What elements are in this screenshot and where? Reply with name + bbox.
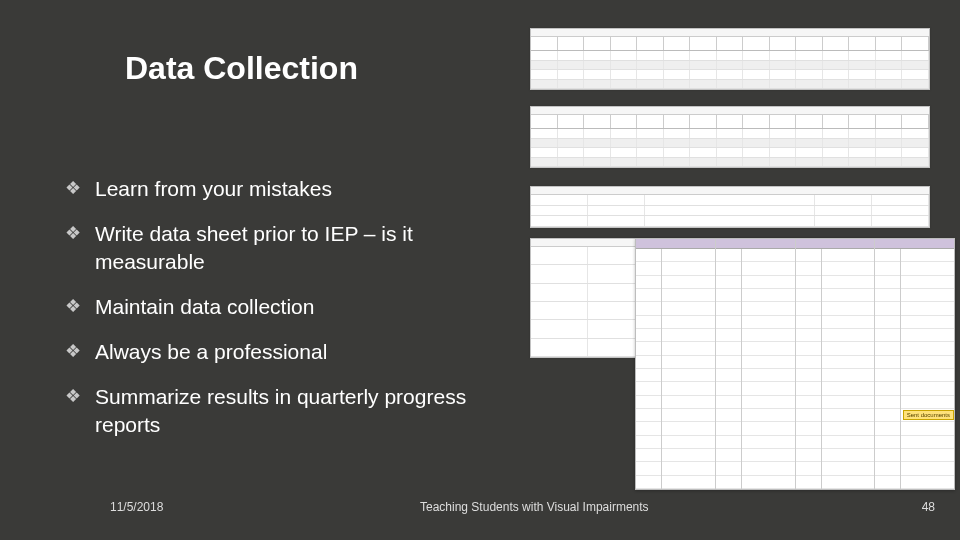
slide-footer: 11/5/2018 Teaching Students with Visual …	[0, 500, 960, 520]
bullet-item: ❖ Summarize results in quarterly progres…	[65, 383, 485, 438]
footer-page-number: 48	[922, 500, 935, 514]
bullet-item: ❖ Maintain data collection	[65, 293, 485, 320]
slide: Data Collection ❖ Learn from your mistak…	[0, 0, 960, 540]
bullet-text: Summarize results in quarterly progress …	[95, 383, 485, 438]
bullet-text: Always be a professional	[95, 338, 327, 365]
bullet-list: ❖ Learn from your mistakes ❖ Write data …	[65, 175, 485, 456]
diamond-bullet-icon: ❖	[65, 295, 81, 317]
diamond-bullet-icon: ❖	[65, 222, 81, 244]
datasheet-image	[530, 186, 930, 228]
bullet-text: Maintain data collection	[95, 293, 314, 320]
bullet-text: Write data sheet prior to IEP – is it me…	[95, 220, 485, 275]
checklist-image	[635, 238, 955, 490]
bullet-item: ❖ Always be a professional	[65, 338, 485, 365]
document-tag: Sent documents	[903, 410, 954, 420]
slide-title: Data Collection	[125, 50, 358, 87]
diamond-bullet-icon: ❖	[65, 177, 81, 199]
datasheet-image	[530, 106, 930, 168]
footer-date: 11/5/2018	[110, 500, 163, 514]
datasheet-preview: Sent documents	[530, 28, 960, 498]
diamond-bullet-icon: ❖	[65, 340, 81, 362]
bullet-item: ❖ Learn from your mistakes	[65, 175, 485, 202]
diamond-bullet-icon: ❖	[65, 385, 81, 407]
bullet-text: Learn from your mistakes	[95, 175, 332, 202]
footer-caption: Teaching Students with Visual Impairment…	[420, 500, 649, 514]
datasheet-image	[530, 28, 930, 90]
bullet-item: ❖ Write data sheet prior to IEP – is it …	[65, 220, 485, 275]
